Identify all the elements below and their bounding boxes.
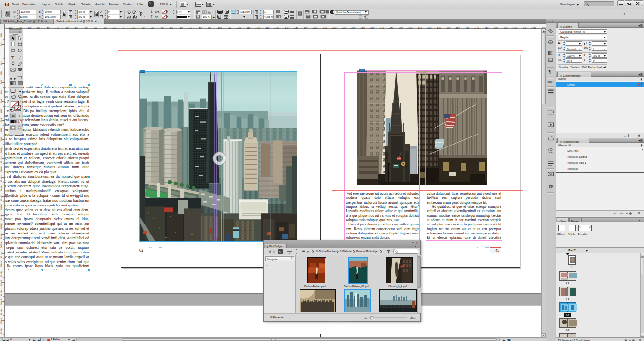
svg-text:0: 0 bbox=[1, 120, 2, 123]
svg-text:0: 0 bbox=[1, 237, 2, 239]
svg-text:P: P bbox=[140, 11, 143, 17]
svg-text:0: 0 bbox=[1, 151, 2, 154]
svg-text:0: 0 bbox=[1, 284, 2, 287]
svg-text:0: 0 bbox=[1, 294, 2, 296]
svg-text:0: 0 bbox=[1, 227, 2, 230]
svg-text:D:: D: bbox=[307, 251, 310, 253]
svg-text:0: 0 bbox=[1, 322, 2, 325]
svg-text:0: 0 bbox=[1, 82, 2, 85]
svg-text:0: 0 bbox=[1, 303, 2, 306]
svg-text:i: i bbox=[550, 185, 551, 189]
svg-text:0: 0 bbox=[1, 256, 2, 258]
svg-text:0: 0 bbox=[1, 63, 2, 66]
svg-text:0: 0 bbox=[1, 170, 2, 173]
svg-text:0: 0 bbox=[1, 130, 2, 132]
svg-text:T: T bbox=[18, 114, 20, 118]
svg-text:0: 0 bbox=[1, 313, 2, 315]
svg-text:¶: ¶ bbox=[549, 69, 551, 74]
svg-text:0: 0 bbox=[1, 275, 2, 277]
svg-text:0: 0 bbox=[1, 265, 2, 268]
svg-text:0: 0 bbox=[1, 332, 2, 334]
svg-text:0: 0 bbox=[1, 139, 2, 142]
svg-text:Br: Br bbox=[279, 251, 282, 253]
svg-text:0: 0 bbox=[1, 218, 2, 220]
svg-text:0: 0 bbox=[1, 92, 2, 94]
svg-text:0: 0 bbox=[1, 35, 2, 37]
svg-text:abć: abć bbox=[548, 80, 553, 83]
svg-text:0: 0 bbox=[1, 199, 2, 201]
svg-text:0: 0 bbox=[1, 73, 2, 75]
svg-text:0: 0 bbox=[1, 44, 2, 47]
svg-text:0: 0 bbox=[1, 161, 2, 163]
svg-text:0: 0 bbox=[1, 246, 2, 249]
svg-text:0: 0 bbox=[1, 189, 2, 192]
svg-text:0: 0 bbox=[1, 208, 2, 211]
svg-text:T: T bbox=[11, 55, 14, 60]
svg-text:fx.: fx. bbox=[208, 11, 211, 14]
svg-text:0: 0 bbox=[1, 111, 2, 113]
svg-text:0: 0 bbox=[1, 180, 2, 182]
svg-text:dḋ: dḋ bbox=[155, 15, 159, 19]
svg-text:4ch: 4ch bbox=[155, 10, 160, 14]
svg-text:0: 0 bbox=[1, 101, 2, 104]
